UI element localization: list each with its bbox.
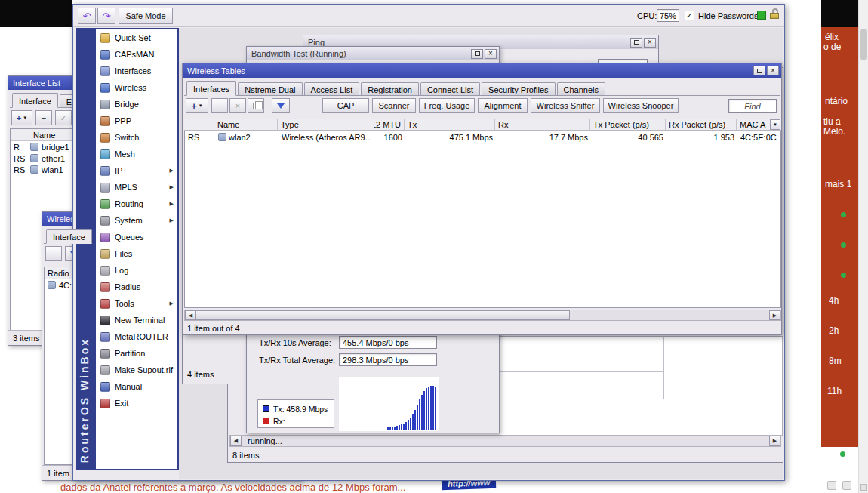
scroll-left-icon[interactable]: ◀ xyxy=(230,436,242,446)
freq-usage-button[interactable]: Freq. Usage xyxy=(419,98,475,113)
sidebar-item-radius[interactable]: Radius xyxy=(96,279,177,295)
tab-nstreme-dual[interactable]: Nstreme Dual xyxy=(238,82,302,95)
close-icon[interactable]: × xyxy=(485,49,497,59)
safe-mode-button[interactable]: Safe Mode xyxy=(119,8,173,24)
page-icon[interactable] xyxy=(860,484,867,491)
alignment-button[interactable]: Alignment xyxy=(478,98,528,113)
add-button[interactable]: +▼ xyxy=(11,110,32,125)
tx-packet-header[interactable]: Tx Packet (p/s) xyxy=(590,119,666,130)
total-avg-value: 298.3 Mbps/0 bps xyxy=(339,353,437,366)
close-icon[interactable]: × xyxy=(644,38,656,48)
remove-button[interactable]: − xyxy=(211,98,228,113)
remove-button[interactable]: − xyxy=(45,246,62,261)
sidebar-item-capsman[interactable]: CAPsMAN xyxy=(96,46,177,63)
sidebar-item-wireless[interactable]: Wireless xyxy=(96,79,177,96)
disable-button[interactable]: × xyxy=(229,98,246,113)
table-row[interactable]: RS wlan2 Wireless (Atheros AR9... 1600 4… xyxy=(185,131,780,143)
cpu-value: 75% xyxy=(657,9,679,22)
scanner-button[interactable]: Scanner xyxy=(372,98,416,113)
column-select-button[interactable]: ▼ xyxy=(770,119,780,130)
sidebar-item-quick-set[interactable]: Quick Set xyxy=(96,29,177,46)
find-input[interactable]: Find xyxy=(728,99,777,113)
scrollbar-thumb[interactable] xyxy=(860,29,867,60)
sidebar-item-mpls[interactable]: MPLS▶ xyxy=(96,179,177,196)
sidebar-item-switch[interactable]: Switch xyxy=(96,129,177,146)
type-header[interactable]: Type xyxy=(278,119,374,130)
copy-icon xyxy=(253,103,259,109)
copy-button[interactable] xyxy=(248,98,264,113)
l2mtu-header[interactable]: L2 MTU xyxy=(374,119,405,130)
row-flags: R xyxy=(11,143,30,152)
window-wireless-tables: Wireless Tables × Interfaces Nstreme Dua… xyxy=(182,63,782,335)
sidebar-item-ppp[interactable]: PPP xyxy=(96,112,177,129)
sidebar-item-interfaces[interactable]: Interfaces xyxy=(96,63,177,79)
add-button[interactable]: +▼ xyxy=(186,98,208,113)
undo-button[interactable]: ↶ xyxy=(78,8,96,24)
enable-button[interactable]: ✓ xyxy=(55,110,72,125)
sidebar-item-label: System xyxy=(115,216,143,225)
sidebar-item-log[interactable]: Log xyxy=(96,262,177,279)
tab-security-profiles[interactable]: Security Profiles xyxy=(482,82,555,95)
bandwidth-test-titlebar[interactable]: Bandwidth Test (Running) × xyxy=(247,47,499,60)
tab-channels[interactable]: Channels xyxy=(557,82,605,95)
scroll-left-icon[interactable]: ◀ xyxy=(185,310,196,320)
tab-interfaces[interactable]: Interfaces xyxy=(186,81,236,96)
scroll-right-icon[interactable]: ▶ xyxy=(769,436,780,446)
wireless-sniffer-button[interactable]: Wireless Sniffer xyxy=(531,98,600,113)
maximize-icon[interactable] xyxy=(471,49,483,59)
page-icon[interactable] xyxy=(842,481,851,490)
filter-button[interactable] xyxy=(272,98,290,113)
sidebar-item-new-terminal[interactable]: New Terminal xyxy=(96,312,177,328)
sidebar-item-label: Wireless xyxy=(115,83,146,92)
tab-connect-list[interactable]: Connect List xyxy=(420,82,480,95)
rx-packet-header[interactable]: Rx Packet (p/s) xyxy=(666,119,737,130)
tab-access-list[interactable]: Access List xyxy=(304,82,360,95)
wireless-snooper-button[interactable]: Wireless Snooper xyxy=(603,98,679,113)
flags-header[interactable] xyxy=(184,119,214,130)
partition-icon xyxy=(100,349,110,359)
rx-header[interactable]: Rx xyxy=(495,119,590,130)
sidebar: RouterOS WinBox Quick Set CAPsMAN Interf… xyxy=(76,28,179,470)
sidebar-item-queues[interactable]: Queues xyxy=(96,229,177,245)
maximize-icon[interactable] xyxy=(753,66,765,75)
maximize-icon[interactable] xyxy=(630,38,642,48)
horizontal-scrollbar[interactable]: ◀ ▶ xyxy=(184,310,781,321)
sidebar-item-exit[interactable]: Exit xyxy=(96,395,177,411)
tab-registration[interactable]: Registration xyxy=(361,82,419,95)
page-scrollbar[interactable] xyxy=(858,0,868,493)
sidebar-item-tools[interactable]: Tools▶ xyxy=(96,295,177,312)
hide-passwords-checkbox[interactable]: ✓ xyxy=(685,11,694,20)
background-list-area xyxy=(500,336,783,436)
sidebar-item-make-supout[interactable]: Make Supout.rif xyxy=(96,362,177,378)
wireless-tables-titlebar[interactable]: Wireless Tables × xyxy=(183,63,781,78)
cap-button[interactable]: CAP xyxy=(322,98,369,113)
close-icon[interactable]: × xyxy=(767,66,779,75)
sidebar-item-routing[interactable]: Routing▶ xyxy=(96,196,177,212)
scroll-right-icon[interactable]: ▶ xyxy=(769,310,780,320)
sidebar-item-files[interactable]: Files xyxy=(96,245,177,262)
name-header[interactable]: Name xyxy=(214,119,278,130)
sidebar-item-partition[interactable]: Partition xyxy=(96,345,177,362)
tab-interface[interactable]: Interface xyxy=(12,93,58,108)
tx-header[interactable]: Tx xyxy=(405,119,495,130)
tab-interface[interactable]: Interface xyxy=(46,229,92,244)
page-icon[interactable] xyxy=(827,481,836,490)
mesh-icon xyxy=(100,149,110,159)
sidebar-item-ip[interactable]: IP▶ xyxy=(96,162,177,179)
news-fragment: élix xyxy=(825,32,839,42)
sidebar-item-system[interactable]: System▶ xyxy=(96,212,177,229)
remove-button[interactable]: − xyxy=(35,110,52,125)
name-header[interactable]: Name xyxy=(30,131,58,140)
submenu-arrow-icon: ▶ xyxy=(170,201,174,207)
bridge-icon xyxy=(100,100,110,109)
horizontal-scrollbar[interactable]: ◀ running... ▶ xyxy=(229,435,781,447)
lock-icon xyxy=(770,8,780,19)
scroll-thumb[interactable] xyxy=(195,310,570,320)
redo-button[interactable]: ↷ xyxy=(97,8,115,24)
sidebar-item-manual[interactable]: Manual xyxy=(96,378,177,395)
sidebar-item-metarouter[interactable]: MetaROUTER xyxy=(96,328,177,345)
news-fragment: Melo. xyxy=(823,126,845,137)
sidebar-item-mesh[interactable]: Mesh xyxy=(96,146,177,162)
sidebar-item-label: Exit xyxy=(115,399,128,408)
sidebar-item-bridge[interactable]: Bridge xyxy=(96,96,177,112)
